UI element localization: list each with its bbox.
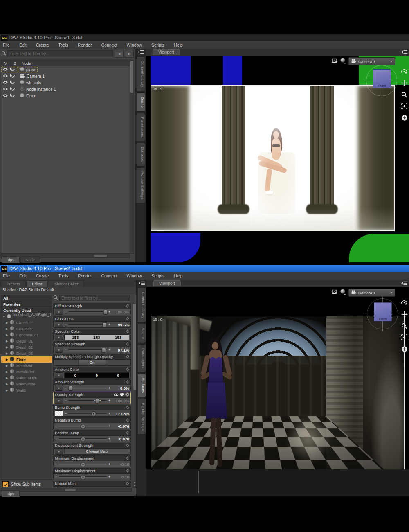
- slider-handle[interactable]: [103, 310, 108, 315]
- param-value[interactable]: -0.10: [112, 462, 129, 467]
- chevron-right-icon[interactable]: ▶: [5, 370, 9, 374]
- param-slider[interactable]: [59, 461, 107, 467]
- camera-selector[interactable]: Camera 1 ▼: [348, 57, 395, 65]
- chevron-right-icon[interactable]: ▶: [5, 383, 9, 386]
- color-channel-value[interactable]: 153: [65, 335, 86, 340]
- gear-icon[interactable]: [126, 329, 129, 334]
- frame-icon[interactable]: [401, 334, 407, 342]
- tab-render-settings[interactable]: Render Settings: [138, 399, 146, 435]
- color-channel-value[interactable]: 0: [108, 373, 129, 378]
- tab-surfaces[interactable]: Surfaces: [138, 374, 146, 397]
- selectable-pointer-icon[interactable]: [9, 87, 15, 92]
- param-dropdown-button[interactable]: ▼: [55, 322, 63, 327]
- tab-tips[interactable]: Tips: [2, 256, 20, 263]
- filter-back-button[interactable]: ◀: [115, 50, 124, 58]
- slider-handle[interactable]: [91, 411, 97, 417]
- checkbox-checked-icon[interactable]: [2, 481, 9, 487]
- param-slider[interactable]: [68, 322, 107, 327]
- visibility-eye-icon[interactable]: [2, 87, 8, 92]
- param-value[interactable]: 171.8%: [112, 411, 129, 416]
- viewport-tab[interactable]: Viewport: [153, 280, 181, 286]
- tab-scene[interactable]: Scene: [138, 324, 146, 343]
- titlebar[interactable]: DS DAZ Studio 4.10 Pro - Scene2_5.duf: [0, 265, 409, 272]
- table-row[interactable]: Floor: [1, 92, 130, 99]
- chevron-right-icon[interactable]: ▶: [5, 340, 9, 343]
- menu-tools[interactable]: Tools: [58, 43, 69, 47]
- surface-item-floor[interactable]: ▶Floor: [1, 356, 52, 363]
- tab-parameters[interactable]: Parameters: [138, 344, 146, 372]
- gear-icon[interactable]: [126, 317, 129, 321]
- menu-edit[interactable]: Edit: [19, 43, 27, 47]
- surface-item-concrete-01[interactable]: ▶Concrete_01: [1, 332, 52, 338]
- pan-icon[interactable]: [401, 311, 408, 319]
- tab-node[interactable]: Node: [20, 256, 40, 263]
- viewport-canvas[interactable]: 16 : 9 Camera 1 ▼: [146, 56, 409, 262]
- gear-icon[interactable]: [125, 392, 129, 397]
- menu-window[interactable]: Window: [127, 43, 142, 47]
- surface-item-columns[interactable]: ▶Columns: [1, 326, 52, 332]
- viewport-tab[interactable]: Viewport: [153, 49, 180, 55]
- zoom-icon[interactable]: [401, 92, 407, 99]
- color-swatch[interactable]: 153153153: [64, 334, 129, 340]
- surface-item-wall2[interactable]: ▶Wall2: [1, 387, 52, 393]
- view-nav-cube[interactable]: Front: [367, 298, 398, 329]
- surface-filter-all[interactable]: All: [1, 295, 52, 301]
- slider-handle[interactable]: [80, 475, 85, 480]
- surface-item-detail-01[interactable]: ▶Detail_01: [1, 338, 52, 344]
- tab-tips[interactable]: Tips: [2, 490, 20, 497]
- param-slider[interactable]: [68, 410, 107, 416]
- toggle-on-button[interactable]: On: [78, 360, 106, 365]
- param-dropdown-button[interactable]: ▼: [55, 347, 63, 353]
- color-swatch[interactable]: 000: [64, 372, 129, 378]
- param-value[interactable]: 100.0%: [112, 310, 129, 314]
- chevron-right-icon[interactable]: ▶: [5, 352, 9, 355]
- orbit-icon[interactable]: [401, 69, 408, 76]
- slider-handle[interactable]: [103, 322, 107, 327]
- color-channel-value[interactable]: 0: [86, 373, 107, 378]
- menu-tools[interactable]: Tools: [58, 273, 69, 278]
- surface-item-detail-02[interactable]: ▶Detail_02: [1, 344, 52, 350]
- menu-file[interactable]: File: [3, 43, 10, 47]
- gear-icon[interactable]: [126, 444, 129, 448]
- pane-menu-icon[interactable]: [136, 280, 147, 286]
- texture-map-thumbnail[interactable]: [55, 410, 63, 416]
- menu-file[interactable]: File: [3, 273, 10, 278]
- menu-render[interactable]: Render: [78, 273, 92, 278]
- gear-icon[interactable]: [126, 456, 129, 461]
- drawstyle-icon[interactable]: [340, 58, 346, 65]
- titlebar[interactable]: DS DAZ Studio 4.10 Pro - Scene1_3.duf: [0, 34, 409, 41]
- visibility-eye-icon[interactable]: [2, 74, 8, 79]
- chevron-right-icon[interactable]: ▶: [5, 364, 9, 367]
- gear-icon[interactable]: [126, 418, 129, 423]
- menu-create[interactable]: Create: [36, 273, 49, 278]
- slider-handle[interactable]: [95, 399, 100, 404]
- filter-forward-button[interactable]: ▶: [125, 50, 134, 58]
- selectable-pointer-icon[interactable]: [9, 80, 15, 86]
- pane-menu-icon[interactable]: [401, 49, 407, 56]
- aim-icon[interactable]: [401, 115, 408, 123]
- menu-connect[interactable]: Connect: [101, 43, 117, 47]
- chevron-right-icon[interactable]: ▶: [5, 334, 9, 337]
- pane-menu-icon[interactable]: [401, 280, 407, 287]
- chevron-right-icon[interactable]: ▶: [5, 376, 9, 380]
- param-slider[interactable]: [59, 474, 107, 480]
- param-dropdown-button[interactable]: ▼: [55, 449, 63, 454]
- tab-parameters[interactable]: Parameters: [137, 113, 145, 141]
- gear-icon[interactable]: [126, 380, 129, 385]
- chevron-right-icon[interactable]: ▶: [5, 389, 9, 392]
- slider-handle[interactable]: [80, 424, 85, 429]
- param-dropdown-button[interactable]: ▼: [55, 385, 63, 391]
- gear-icon[interactable]: [126, 355, 129, 359]
- surface-item-paintwhite[interactable]: ▶PaintWhite: [1, 381, 52, 387]
- tab-content-library[interactable]: Content Library: [137, 56, 145, 91]
- chevron-right-icon[interactable]: ▶: [5, 327, 9, 331]
- menu-help[interactable]: Help: [174, 43, 183, 47]
- choose-map-button[interactable]: Choose Map: [64, 449, 129, 454]
- zoom-icon[interactable]: [401, 323, 407, 331]
- gear-icon[interactable]: [126, 431, 129, 435]
- param-value[interactable]: 100.0%: [112, 399, 129, 403]
- aim-icon[interactable]: [401, 346, 408, 354]
- menu-scripts[interactable]: Scripts: [151, 273, 164, 278]
- pane-hscrollbar[interactable]: [1, 488, 132, 492]
- slider-handle[interactable]: [102, 348, 106, 353]
